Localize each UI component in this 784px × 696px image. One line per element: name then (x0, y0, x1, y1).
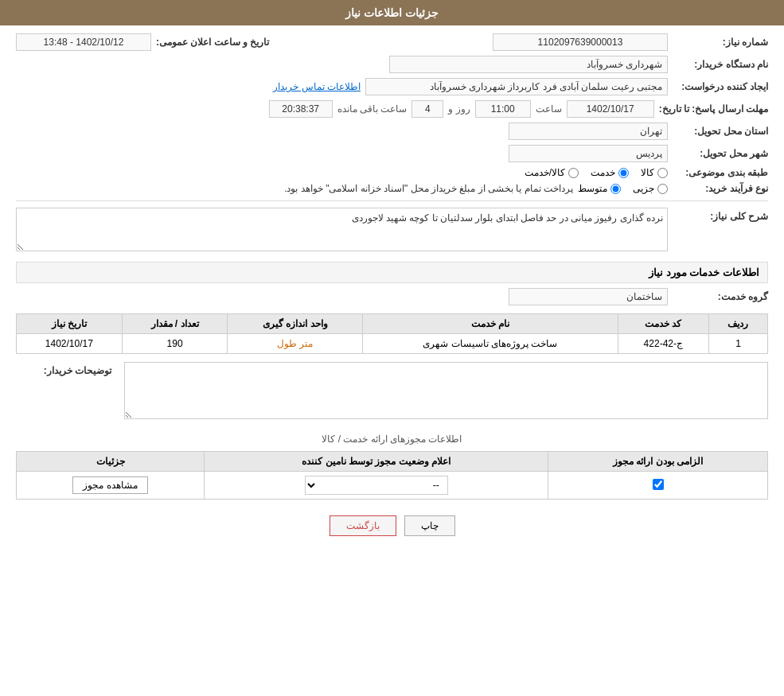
view-permit-button[interactable]: مشاهده مجوز (72, 476, 147, 494)
requester-contact-link[interactable]: اطلاعات تماس خریدار (273, 81, 361, 92)
need-number-label: شماره نیاز: (673, 37, 768, 48)
org-name-label: نام دستگاه خریدار: (673, 59, 768, 70)
deadline-remaining-input (269, 100, 333, 118)
announcement-date-input (16, 33, 151, 51)
category-kala-radio[interactable] (657, 168, 668, 178)
col-date: تاریخ نیاز (17, 314, 123, 334)
page-header: جزئیات اطلاعات نیاز (0, 0, 784, 25)
services-section-title: اطلاعات خدمات مورد نیاز (16, 262, 768, 283)
category-label: طبقه بندی موضوعی: (673, 167, 768, 178)
need-description-row: شرح کلی نیاز: نرده گذاری رفیوز میانی در … (16, 208, 768, 254)
service-group-label: گروه خدمت: (673, 291, 768, 302)
requester-input (365, 78, 668, 95)
content-area: شماره نیاز: تاریخ و ساعت اعلان عمومی: نا… (0, 25, 784, 560)
city-label: شهر محل تحویل: (673, 148, 768, 159)
buyer-notes-wrapper (124, 362, 768, 422)
print-button[interactable]: چاپ (404, 515, 455, 536)
cell-service-name: ساخت پروژه‌های تاسیسات شهری (363, 334, 618, 354)
deadline-days-input (412, 100, 443, 118)
page-wrapper: جزئیات اطلاعات نیاز شماره نیاز: تاریخ و … (0, 0, 784, 696)
province-input (509, 122, 668, 140)
perm-status-select[interactable]: -- (305, 476, 448, 495)
category-row: طبقه بندی موضوعی: کالا خدمت کالا/خدمت (16, 167, 768, 178)
perm-col-details: جزئیات (17, 452, 205, 472)
col-row-num: ردیف (708, 314, 767, 334)
divider-1 (16, 200, 768, 201)
org-name-input (389, 56, 668, 73)
need-description-label: شرح کلی نیاز: (673, 211, 768, 222)
cell-date: 1402/10/17 (17, 334, 123, 354)
buyer-notes-textarea[interactable] (124, 362, 768, 419)
buyer-notes-row: توضیحات خریدار: (16, 362, 768, 422)
province-row: استان محل تحویل: (16, 122, 768, 140)
deadline-row: مهلت ارسال پاسخ: تا تاریخ: ساعت روز و سا… (16, 100, 768, 118)
need-description-wrapper: نرده گذاری رفیوز میانی در حد فاصل ابتدای… (16, 208, 668, 254)
action-buttons-row: چاپ بازگشت (16, 515, 768, 536)
purchase-type-radio-group: جزیی متوسط (578, 183, 668, 194)
cell-service-code: ج-42-422 (618, 334, 708, 354)
category-khedmat-item: خدمت (591, 167, 629, 178)
deadline-label: مهلت ارسال پاسخ: تا تاریخ: (659, 103, 768, 115)
deadline-days-label: روز و (448, 103, 470, 115)
province-label: استان محل تحویل: (673, 126, 768, 137)
services-table: ردیف کد خدمت نام خدمت واحد اندازه گیری ت… (16, 313, 768, 354)
table-row: 1 ج-42-422 ساخت پروژه‌های تاسیسات شهری م… (17, 334, 768, 354)
permissions-table: الزامی بودن ارائه مجوز اعلام وضعیت مجوز … (16, 451, 768, 500)
deadline-remaining-label: ساعت باقی مانده (337, 103, 408, 115)
requester-row: ایجاد کننده درخواست: اطلاعات تماس خریدار (16, 78, 768, 95)
city-row: شهر محل تحویل: (16, 145, 768, 162)
page-title: جزئیات اطلاعات نیاز (345, 6, 439, 19)
category-kalakhedmat-item: کالا/خدمت (525, 167, 579, 178)
perm-col-status: اعلام وضعیت مجوز توسط نامین کننده (205, 452, 548, 472)
perm-col-required: الزامی بودن ارائه مجوز (548, 452, 768, 472)
service-group-input (509, 288, 668, 305)
purchase-type-label: نوع فرآیند خرید: (673, 183, 768, 194)
purchase-motevaset-label: متوسط (578, 183, 607, 194)
category-khedmat-radio[interactable] (618, 168, 629, 178)
services-table-section: ردیف کد خدمت نام خدمت واحد اندازه گیری ت… (16, 313, 768, 354)
category-khedmat-label: خدمت (591, 167, 615, 178)
col-unit: واحد اندازه گیری (228, 314, 363, 334)
buyer-notes-label: توضیحات خریدار: (16, 365, 111, 376)
deadline-time-label: ساعت (536, 103, 562, 115)
purchase-jozi-radio[interactable] (657, 184, 668, 194)
requester-label: ایجاد کننده درخواست: (673, 81, 768, 92)
cell-quantity: 190 (122, 334, 228, 354)
category-kala-label: کالا (641, 167, 654, 178)
perm-status-cell: -- (205, 472, 548, 500)
cell-row-num: 1 (708, 334, 767, 354)
purchase-jozi-item: جزیی (633, 183, 668, 194)
org-name-row: نام دستگاه خریدار: (16, 56, 768, 73)
permissions-section: اطلاعات مجوزهای ارائه خدمت / کالا الزامی… (16, 434, 768, 500)
purchase-jozi-label: جزیی (633, 183, 654, 194)
perm-required-checkbox[interactable] (653, 479, 664, 490)
purchase-motevaset-radio[interactable] (610, 184, 621, 194)
category-kalakhedmat-radio[interactable] (568, 168, 579, 178)
purchase-type-row: نوع فرآیند خرید: جزیی متوسط پرداخت تمام … (16, 183, 768, 194)
category-kalakhedmat-label: کالا/خدمت (525, 167, 565, 178)
category-kala-item: کالا (641, 167, 668, 178)
perm-details-cell: مشاهده مجوز (17, 472, 205, 500)
city-input (509, 145, 668, 162)
category-radio-group: کالا خدمت کالا/خدمت (525, 167, 668, 178)
col-service-name: نام خدمت (363, 314, 618, 334)
need-number-input (493, 33, 668, 51)
back-button[interactable]: بازگشت (330, 515, 396, 536)
need-number-row: شماره نیاز: تاریخ و ساعت اعلان عمومی: (16, 33, 768, 51)
perm-required-cell (548, 472, 768, 500)
deadline-date-input (567, 100, 654, 118)
need-description-textarea[interactable]: نرده گذاری رفیوز میانی در حد فاصل ابتدای… (16, 208, 668, 251)
permissions-row: -- مشاهده مجوز (17, 472, 768, 500)
col-quantity: تعداد / مقدار (122, 314, 228, 334)
purchase-motevaset-item: متوسط (578, 183, 621, 194)
permissions-title: اطلاعات مجوزهای ارائه خدمت / کالا (16, 434, 768, 445)
announcement-date-label: تاریخ و ساعت اعلان عمومی: (156, 37, 269, 48)
col-service-code: کد خدمت (618, 314, 708, 334)
cell-unit: متر طول (228, 334, 363, 354)
deadline-time-input (475, 100, 531, 118)
purchase-description: پرداخت تمام یا بخشی از مبلغ خریداز محل "… (284, 183, 573, 194)
service-group-row: گروه خدمت: (16, 288, 768, 305)
